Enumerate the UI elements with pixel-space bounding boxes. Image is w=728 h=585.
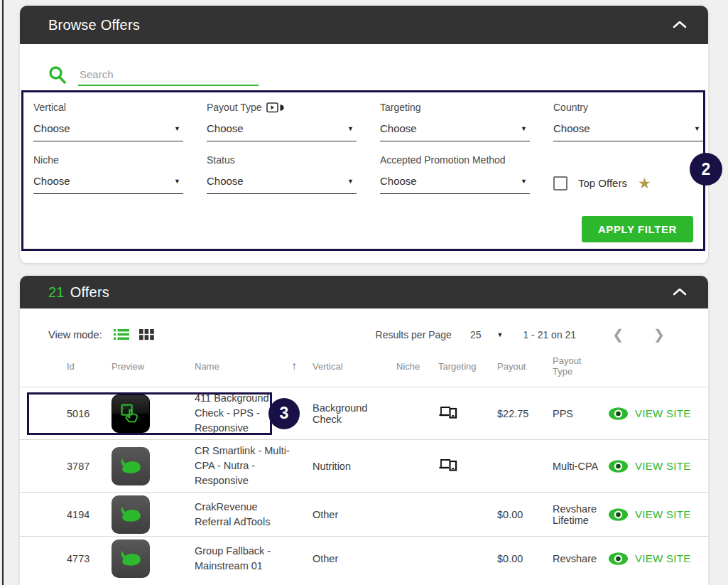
chevron-up-icon — [673, 21, 687, 28]
desktop-mobile-targeting-icon — [438, 405, 458, 419]
offer-row[interactable]: 4773 Group Fallback - Mainstream 01 Othe… — [20, 536, 708, 580]
caret-down-icon: ▼ — [347, 178, 354, 185]
offer-payout-type: Multi-CPA — [545, 461, 604, 472]
browse-offers-header: Browse Offers — [20, 6, 708, 44]
offer-id: 4773 — [60, 553, 105, 564]
whale-logo-icon — [116, 544, 145, 573]
video-payout-icon — [266, 102, 284, 113]
list-view-icon — [114, 328, 129, 340]
offer-payout-type: Revshare Lifetime — [545, 503, 604, 526]
offer-row[interactable]: 5016 411 Background Check - PPS - Respon… — [20, 387, 708, 439]
offer-row[interactable]: 4194 CrakRevenue Referral AdTools Other … — [20, 492, 708, 536]
column-header-payout-type[interactable]: Payout Type — [545, 355, 604, 377]
offer-preview-thumbnail[interactable] — [112, 395, 150, 433]
view-site-link[interactable]: VIEW SITE — [608, 407, 691, 421]
desktop-mobile-targeting-icon — [438, 458, 458, 472]
grid-view-icon — [139, 328, 154, 340]
eye-icon — [608, 508, 629, 522]
offer-vertical: Other — [313, 553, 396, 564]
offer-payout: $0.00 — [489, 509, 545, 520]
filter-niche: Niche Choose ▼ — [33, 154, 183, 194]
sort-ascending-icon[interactable]: ↑ — [291, 360, 297, 372]
column-header-vertical[interactable]: Vertical — [313, 361, 396, 372]
offer-id: 3787 — [60, 461, 105, 472]
search-icon — [48, 65, 67, 85]
offer-preview-thumbnail[interactable] — [112, 447, 150, 485]
collapse-button[interactable] — [670, 17, 690, 33]
chevron-up-icon — [673, 288, 687, 296]
sidebar-edge — [2, 0, 4, 585]
offer-payout: $0.00 — [489, 553, 545, 564]
offer-vertical: Background Check — [313, 402, 396, 425]
search-bar — [26, 64, 702, 86]
caret-down-icon: ▼ — [347, 125, 354, 132]
panel-title: Browse Offers — [48, 17, 140, 33]
star-icon: ★ — [638, 176, 651, 190]
country-select[interactable]: Choose ▼ — [553, 114, 703, 141]
payout-type-select[interactable]: Choose ▼ — [207, 114, 357, 141]
accepted-promotion-method-select[interactable]: Choose ▼ — [380, 166, 530, 194]
collapse-button[interactable] — [670, 284, 690, 301]
next-page-button[interactable]: ❯ — [639, 326, 680, 343]
offer-id: 4194 — [60, 509, 105, 520]
caret-down-icon: ▼ — [174, 178, 180, 185]
apply-filter-button[interactable]: APPLY FILTER — [582, 216, 693, 242]
status-select[interactable]: Choose ▼ — [207, 166, 357, 194]
filter-label: Targeting — [380, 101, 530, 114]
offer-preview-thumbnail[interactable] — [112, 495, 150, 534]
vertical-select[interactable]: Choose ▼ — [33, 114, 183, 141]
column-header-name[interactable]: Name — [183, 361, 291, 372]
targeting-select[interactable]: Choose ▼ — [380, 114, 530, 141]
search-input[interactable] — [78, 64, 259, 86]
niche-select[interactable]: Choose ▼ — [33, 166, 183, 194]
offer-name[interactable]: Group Fallback - Mainstream 01 — [195, 545, 271, 571]
annotation-badge-2: 2 — [690, 153, 722, 186]
column-header-targeting[interactable]: Targeting — [433, 361, 489, 372]
view-site-link[interactable]: VIEW SITE — [608, 552, 691, 566]
column-header-id[interactable]: Id — [60, 361, 105, 372]
click-banner-icon — [116, 399, 145, 428]
view-site-link[interactable]: VIEW SITE — [608, 459, 691, 473]
filter-targeting: Targeting Choose ▼ — [380, 101, 530, 141]
grid-view-button[interactable] — [138, 327, 156, 342]
caret-down-icon: ▼ — [174, 125, 180, 132]
filter-label: Country — [553, 101, 703, 114]
eye-icon — [608, 407, 629, 421]
offer-row[interactable]: 3787 CR Smartlink - Multi-CPA - Nutra - … — [20, 439, 708, 492]
table-header: Id Preview Name ↑ Vertical Niche Targeti… — [20, 355, 708, 387]
top-offers-label: Top Offers — [578, 177, 627, 189]
caret-down-icon: ▼ — [521, 178, 527, 185]
offer-preview-thumbnail[interactable] — [112, 540, 150, 578]
eye-icon — [608, 459, 629, 473]
offer-name[interactable]: CR Smartlink - Multi-CPA - Nutra - Respo… — [195, 445, 290, 486]
offer-vertical: Nutrition — [313, 461, 396, 472]
filter-status: Status Choose ▼ — [207, 154, 357, 194]
column-header-preview[interactable]: Preview — [105, 361, 183, 372]
list-view-button[interactable] — [112, 327, 131, 342]
caret-down-icon: ▼ — [694, 125, 700, 132]
top-offers-checkbox[interactable] — [553, 176, 567, 190]
filter-accepted-promotion-method: Accepted Promotion Method Choose ▼ — [380, 154, 530, 194]
offer-name[interactable]: CrakRevenue Referral AdTools — [195, 501, 270, 527]
offers-count: 21 — [48, 284, 65, 300]
caret-down-icon: ▼ — [521, 125, 527, 132]
offers-header: 21Offers — [20, 276, 708, 308]
offer-id: 5016 — [60, 408, 105, 419]
view-site-link[interactable]: VIEW SITE — [608, 508, 691, 522]
column-header-payout[interactable]: Payout — [489, 361, 545, 372]
filter-label: Niche — [33, 154, 183, 166]
offer-payout-type: PPS — [545, 408, 604, 419]
filter-label: Status — [207, 154, 357, 166]
offers-panel: 21Offers View mode: Results per Page — [20, 276, 708, 585]
caret-down-icon: ▼ — [497, 331, 504, 338]
offer-name[interactable]: 411 Background Check - PPS - Responsive — [195, 392, 269, 434]
whale-logo-icon — [116, 500, 145, 529]
filter-label: Accepted Promotion Method — [380, 154, 530, 166]
page-range: 1 - 21 on 21 — [523, 329, 576, 340]
offers-toolbar: View mode: Results per Page 25 ▼ 1 - 21 … — [20, 308, 708, 355]
results-per-page-select[interactable]: 25 ▼ — [470, 329, 504, 340]
column-header-niche[interactable]: Niche — [396, 361, 433, 372]
filter-label: Vertical — [33, 101, 183, 114]
prev-page-button[interactable]: ❮ — [597, 326, 639, 343]
filter-country: Country Choose ▼ — [553, 101, 703, 141]
